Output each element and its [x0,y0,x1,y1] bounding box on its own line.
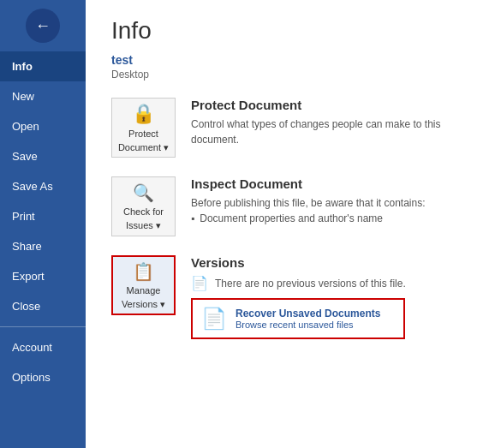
sidebar-nav: Info New Open Save Save As Print Share E… [0,51,86,448]
recover-text: Recover Unsaved Documents Browse recent … [236,308,380,330]
versions-right: Versions 📄 There are no previous version… [191,255,457,339]
sidebar-item-new[interactable]: New [0,81,86,111]
lock-icon: 🔒 [132,103,155,125]
document-name: test [111,53,457,67]
inspect-icon: 🔍 [133,182,154,203]
inspect-desc: Before publishing this file, be aware th… [191,195,457,226]
sidebar-item-share[interactable]: Share [0,231,86,261]
protect-document-button[interactable]: 🔒 Protect Document ▾ [111,98,176,158]
inspect-title: Inspect Document [191,176,457,191]
versions-info: 📄 There are no previous versions of this… [191,275,457,291]
manage-versions-button[interactable]: 📋 Manage Versions ▾ [111,255,176,315]
recover-desc: Browse recent unsaved files [236,320,380,330]
protect-title: Protect Document [191,98,457,112]
inspect-text: Inspect Document Before publishing this … [191,176,457,226]
protect-label: Protect [128,128,158,139]
versions-title: Versions [191,255,457,270]
sidebar-item-print[interactable]: Print [0,201,86,231]
versions-icon: 📋 [133,261,154,282]
inspect-bullet-text: Document properties and author's name [200,211,383,226]
sidebar: ← Info New Open Save Save As Print Share… [0,0,86,448]
recover-unsaved-button[interactable]: 📄 Recover Unsaved Documents Browse recen… [191,298,405,339]
protect-desc: Control what types of changes people can… [191,116,457,147]
versions-section: 📋 Manage Versions ▾ Versions 📄 There are… [111,255,457,339]
main-content: Info test Desktop 🔒 Protect Document ▾ P… [86,0,483,448]
inspect-bullet: ▪ Document properties and author's name [191,211,457,226]
versions-sublabel: Versions ▾ [122,299,165,310]
protect-section: 🔒 Protect Document ▾ Protect Document Co… [111,98,457,158]
protect-sublabel: Document ▾ [118,142,169,153]
sidebar-item-close[interactable]: Close [0,291,86,321]
bullet-icon: ▪ [191,211,194,226]
no-versions-text: There are no previous versions of this f… [215,278,406,290]
document-location: Desktop [111,69,457,81]
sidebar-item-save-as[interactable]: Save As [0,171,86,201]
sidebar-item-open[interactable]: Open [0,111,86,141]
sidebar-item-options[interactable]: Options [0,362,86,392]
doc-small-icon: 📄 [191,275,208,291]
page-title: Info [111,17,457,45]
inspect-desc-line1: Before publishing this file, be aware th… [191,195,457,211]
manage-label: Manage [127,285,161,296]
inspect-section: 🔍 Check for Issues ▾ Inspect Document Be… [111,176,457,236]
sidebar-item-account[interactable]: Account [0,332,86,362]
recover-title: Recover Unsaved Documents [236,308,380,320]
sidebar-item-save[interactable]: Save [0,141,86,171]
recover-icon: 📄 [201,307,227,331]
issues-sublabel: Issues ▾ [126,220,161,231]
sidebar-item-info[interactable]: Info [0,51,86,81]
sidebar-divider [0,326,86,327]
sidebar-item-export[interactable]: Export [0,261,86,291]
check-label: Check for [123,206,164,217]
back-button[interactable]: ← [26,9,60,43]
inspect-document-button[interactable]: 🔍 Check for Issues ▾ [111,176,176,236]
protect-text: Protect Document Control what types of c… [191,98,457,147]
